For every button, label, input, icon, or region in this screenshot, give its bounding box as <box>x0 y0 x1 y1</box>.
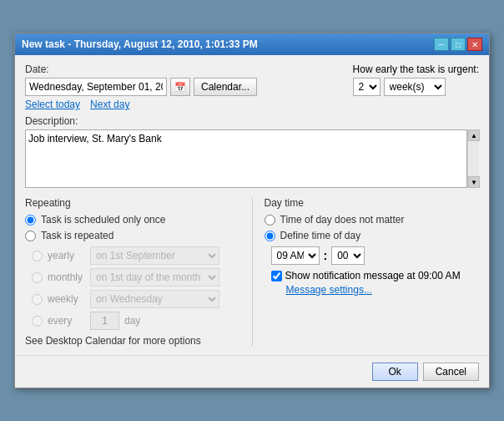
urgency-row: 1 2 3 4 day(s) week(s) month(s) <box>353 78 446 96</box>
no-matter-label: Time of day does not matter <box>280 214 405 226</box>
define-label: Define time of day <box>280 230 361 241</box>
minimize-button[interactable]: ─ <box>434 38 449 51</box>
daytime-panel: Day time Time of day does not matter Def… <box>265 197 480 347</box>
repeated-radio-row: Task is repeated <box>25 230 240 241</box>
description-textarea[interactable] <box>25 129 467 188</box>
maximize-button[interactable]: □ <box>451 38 466 51</box>
hour-select[interactable]: 08 AM 09 AM 10 AM <box>271 246 320 265</box>
description-label: Description: <box>25 115 479 127</box>
description-section: Description: ▲ ▼ <box>25 115 479 190</box>
urgency-section: How early the task is urgent: 1 2 3 4 da… <box>353 63 479 110</box>
repeating-panel: Repeating Task is scheduled only once Ta… <box>25 197 240 347</box>
every-row: every day <box>32 312 240 330</box>
repeat-grid: yearly on 1st September monthly on 1st d… <box>32 246 240 330</box>
date-links: Select today Next day <box>25 99 336 110</box>
title-bar: New task - Thursday, August 12, 2010, 1:… <box>15 33 489 55</box>
window-title: New task - Thursday, August 12, 2010, 1:… <box>22 38 258 50</box>
select-today-link[interactable]: Select today <box>25 99 80 110</box>
bottom-panels: Repeating Task is scheduled only once Ta… <box>25 197 479 347</box>
time-colon: : <box>324 249 328 262</box>
next-day-link[interactable]: Next day <box>90 99 129 110</box>
description-scroll-area: ▲ ▼ <box>25 129 479 190</box>
see-more-text: See Desktop Calendar for more options <box>25 335 240 347</box>
urgency-unit-select[interactable]: day(s) week(s) month(s) <box>384 78 446 96</box>
date-section: Date: 📅 Calendar... Select today Next da… <box>25 63 336 110</box>
calendar-icon-btn[interactable]: 📅 <box>170 78 190 96</box>
ok-button[interactable]: Ok <box>372 363 418 381</box>
time-row: 08 AM 09 AM 10 AM : 00 15 30 45 <box>271 246 480 265</box>
repeated-radio[interactable] <box>25 231 36 241</box>
message-settings-row: Message settings... <box>286 284 480 296</box>
cancel-button[interactable]: Cancel <box>423 363 479 381</box>
once-label: Task is scheduled only once <box>41 214 165 226</box>
define-radio-row: Define time of day <box>265 230 480 241</box>
scroll-down-arrow[interactable]: ▼ <box>468 176 480 188</box>
time-panel: 08 AM 09 AM 10 AM : 00 15 30 45 <box>271 246 480 296</box>
no-matter-radio[interactable] <box>265 215 275 226</box>
yearly-row: yearly on 1st September <box>32 246 240 265</box>
define-radio[interactable] <box>265 231 275 241</box>
window-content: Date: 📅 Calendar... Select today Next da… <box>15 55 489 355</box>
yearly-select[interactable]: on 1st September <box>90 246 219 265</box>
repeated-label: Task is repeated <box>41 230 113 241</box>
date-input[interactable] <box>25 78 167 96</box>
daytime-title: Day time <box>265 197 480 209</box>
every-radio[interactable] <box>32 316 43 327</box>
main-window: New task - Thursday, August 12, 2010, 1:… <box>14 33 490 388</box>
weekly-radio[interactable] <box>32 294 43 305</box>
urgency-label: How early the task is urgent: <box>353 63 479 75</box>
calendar-button[interactable]: Calendar... <box>194 78 257 96</box>
monthly-radio[interactable] <box>32 272 43 283</box>
once-radio[interactable] <box>25 215 36 226</box>
notify-checkbox[interactable] <box>271 271 282 282</box>
top-section: Date: 📅 Calendar... Select today Next da… <box>25 63 479 110</box>
date-field-row: 📅 Calendar... <box>25 78 336 96</box>
day-label: day <box>124 315 140 327</box>
monthly-row: monthly on 1st day of the month <box>32 268 240 287</box>
weekly-label: weekly <box>48 293 85 305</box>
no-matter-radio-row: Time of day does not matter <box>265 214 480 226</box>
once-radio-row: Task is scheduled only once <box>25 214 240 226</box>
monthly-select[interactable]: on 1st day of the month <box>90 268 219 287</box>
message-settings-link[interactable]: Message settings... <box>286 284 372 296</box>
monthly-label: monthly <box>48 271 85 283</box>
every-label: every <box>48 315 85 327</box>
yearly-radio[interactable] <box>32 251 43 261</box>
footer: Ok Cancel <box>15 355 489 388</box>
close-button[interactable]: ✕ <box>467 38 482 51</box>
yearly-label: yearly <box>48 250 85 261</box>
title-controls: ─ □ ✕ <box>434 38 482 51</box>
notify-row: Show notification message at 09:00 AM <box>271 270 480 282</box>
scroll-up-arrow[interactable]: ▲ <box>468 129 480 141</box>
weekly-select[interactable]: on Wednesday <box>90 290 219 308</box>
minute-select[interactable]: 00 15 30 45 <box>331 246 365 265</box>
notify-label: Show notification message at 09:00 AM <box>285 270 461 282</box>
date-label: Date: <box>25 63 336 75</box>
scrollbar: ▲ ▼ <box>467 129 479 188</box>
repeating-title: Repeating <box>25 197 240 209</box>
urgency-value-select[interactable]: 1 2 3 4 <box>353 78 381 96</box>
panel-divider <box>252 197 253 347</box>
every-input[interactable] <box>90 312 119 330</box>
weekly-row: weekly on Wednesday <box>32 290 240 308</box>
